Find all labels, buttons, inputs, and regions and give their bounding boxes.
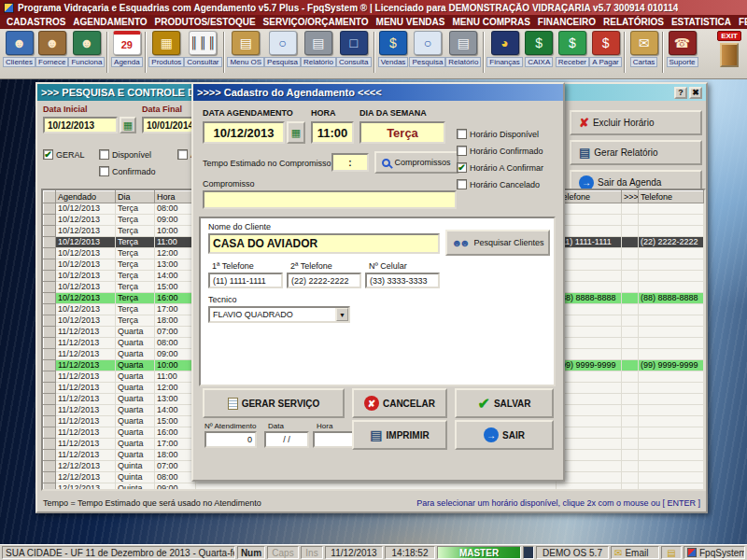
toolbar-item-label: Pesquisa [409, 57, 445, 67]
checkbox-horario-cancelado[interactable]: Horário Cancelado [457, 179, 540, 189]
pesquisar-clientes-button[interactable]: ☻☻ Pesquisar Clientes [445, 230, 550, 256]
data-input[interactable]: / / [264, 431, 309, 448]
toolbar-item-pesquisa-os[interactable]: ○Pesquisa [265, 31, 300, 67]
toolbar-separator [106, 32, 108, 73]
status-time-text: 14:18:52 [392, 548, 429, 558]
toolbar-item-financas[interactable]: ◕Finanças [487, 31, 521, 67]
exit-sign-label: EXIT [717, 31, 741, 41]
delete-x-icon: ✘ [579, 117, 589, 129]
data-inicial-input[interactable]: 10/12/2013 [43, 117, 118, 133]
toolbar-item-pesquisa-vendas[interactable]: ○Pesquisa [411, 31, 445, 67]
column-header: Telefone [639, 191, 704, 203]
checkbox-geral[interactable]: ✔GERAL [43, 149, 85, 160]
menu-estatistica[interactable]: ESTATISTICA [668, 17, 735, 27]
agenda-row[interactable]: 12/12/2013Quinta09:00 [44, 483, 704, 492]
toolbar-item-consultar[interactable]: ║║║Consultar [185, 31, 220, 67]
celular-input[interactable]: (33) 3333-3333 [365, 273, 440, 288]
toolbar: ☻Clientes☻Fornece☻Funciona29Agenda▦Produ… [0, 29, 747, 79]
checkbox-label: Horário Disponível [470, 130, 539, 139]
toolbar-item-exit[interactable]: EXIT [717, 31, 741, 67]
compromissos-button[interactable]: Compromissos [374, 151, 458, 174]
toolbar-item-label: Cartas [630, 57, 658, 67]
data-agendamento-input[interactable]: 10/12/2013 [203, 121, 285, 144]
checkbox-disponivel[interactable]: Disponível [99, 149, 151, 160]
dia-da-semana-label: DIA DA SEMANA [359, 108, 427, 118]
hora-label: HORA [311, 108, 336, 118]
checkbox-horario-confirmado[interactable]: Horário Confirmado [457, 146, 543, 156]
status-date: 11/12/2013 [325, 546, 383, 559]
toolbar-item-menu-os[interactable]: ▤Menu OS [228, 31, 263, 67]
gerar-servico-button[interactable]: GERAR SERVIÇO [203, 388, 345, 418]
gerar-relatorio-button[interactable]: ▤Gerar Relatório [570, 140, 702, 165]
checkbox-label: Disponível [112, 150, 151, 160]
application-window: Programa Vidraçaria e Esquadrias com Age… [0, 0, 747, 560]
toolbar-item-label: Clientes [3, 57, 35, 67]
toolbar-separator [624, 32, 626, 73]
toolbar-item-label: Relatório [301, 57, 336, 67]
imprimir-button[interactable]: ▤ IMPRIMIR [352, 420, 447, 450]
nome-cliente-input[interactable]: CASA DO AVIADOR [208, 233, 440, 254]
toolbar-item-produtos[interactable]: ▦Produtos [149, 31, 183, 67]
hora-small-input[interactable] [313, 431, 354, 448]
menu-cadastros[interactable]: CADASTROS [3, 17, 69, 27]
hora-input[interactable]: 11:00 [311, 121, 354, 144]
checkbox-horario-a-confirmar[interactable]: ✔Horário A Confirmar [457, 162, 543, 173]
menu-menu-vendas[interactable]: MENU VENDAS [373, 17, 449, 27]
toolbar-item-a-pagar[interactable]: $A Pagar [590, 31, 621, 67]
toolbar-item-label: Finanças [486, 57, 522, 67]
chevron-down-icon[interactable]: ▼ [335, 307, 349, 322]
toolbar-separator [223, 32, 225, 73]
tempo-estimado-input[interactable]: : [331, 153, 369, 172]
status-ins: Ins [301, 546, 323, 559]
toolbar-item-cartas[interactable]: ✉Cartas [628, 31, 659, 67]
column-header: Dia [116, 191, 155, 203]
search-icon: ○ [414, 31, 442, 55]
help-button[interactable]: ? [674, 87, 687, 99]
compromisso-input[interactable] [203, 190, 457, 209]
status-user: MASTER [437, 546, 521, 559]
data-agendamento-calendar-button[interactable]: ▦ [287, 121, 305, 144]
menu-financeiro[interactable]: FINANCEIRO [534, 17, 599, 27]
checkbox-confirmado[interactable]: Confirmado [99, 166, 156, 176]
toolbar-item-consulta[interactable]: □Consulta [337, 31, 371, 67]
toolbar-item-agenda[interactable]: 29Agenda [111, 31, 142, 67]
telefone1-input[interactable]: (11) 1111-1111 [208, 273, 283, 288]
toolbar-item-funcionarios[interactable]: ☻Funciona [70, 31, 105, 67]
salvar-button[interactable]: ✔ SALVAR [455, 388, 554, 418]
toolbar-item-relatorio-os[interactable]: ▤Relatório [302, 31, 335, 67]
toolbar-item-label: A Pagar [589, 57, 621, 67]
num-atendimento-input[interactable]: 0 [204, 431, 257, 448]
close-button[interactable]: ✖ [689, 87, 702, 99]
menu-menu-compras[interactable]: MENU COMPRAS [448, 17, 533, 27]
magnifier-icon [382, 159, 390, 167]
toolbar-item-vendas[interactable]: $Vendas [378, 31, 409, 67]
menu-ferramentas[interactable]: FERRAMENTAS [735, 17, 747, 27]
toolbar-item-relatorio-vendas[interactable]: ▤Relatório [446, 31, 480, 67]
excluir-horario-button[interactable]: ✘Excluir Horário [570, 110, 702, 135]
sair-button[interactable]: → SAIR [455, 420, 554, 450]
menu-produtos-estoque[interactable]: PRODUTOS/ESTOQUE [151, 17, 260, 27]
status-email[interactable]: ✉Email [611, 546, 659, 559]
cancelar-label: CANCELAR [383, 399, 435, 409]
toolbar-item-clientes[interactable]: ☻Clientes [4, 31, 35, 67]
toolbar-item-caixa[interactable]: $CAIXA [524, 31, 555, 67]
tecnico-select[interactable]: FLAVIO QUADRADO ▼ [208, 306, 350, 323]
telefone2-input[interactable]: (22) 2222-2222 [287, 273, 361, 288]
computer-icon: □ [340, 31, 368, 55]
data-inicial-calendar-button[interactable]: ▦ [120, 117, 136, 133]
toolbar-item-receber[interactable]: $Receber [557, 31, 588, 67]
menu-servico-orcamento[interactable]: SERVIÇO/ORÇAMENTO [260, 17, 373, 27]
pie-chart-icon: ◕ [491, 31, 519, 55]
unchecked-checkbox-icon [457, 146, 467, 156]
status-product: DEMO OS 5.7 [536, 546, 609, 559]
data-inicial-label: Data Inicial [43, 105, 88, 114]
cancelar-button[interactable]: ✘ CANCELAR [352, 388, 447, 418]
exit-door-icon [720, 43, 739, 67]
menu-agendamento[interactable]: AGENDAMENTO [69, 17, 150, 27]
checkbox-horario-disponivel[interactable]: Horário Disponível [457, 129, 539, 139]
menu-relatorios[interactable]: RELATÓRIOS [599, 17, 668, 27]
hora-small-label: Hora [317, 422, 332, 430]
toolbar-item-suporte[interactable]: ☎Suporte [667, 31, 698, 67]
toolbar-item-fornecedores[interactable]: ☻Fornece [36, 31, 67, 67]
data-agendamento-label: DATA AGENDAMENTO [203, 108, 293, 118]
